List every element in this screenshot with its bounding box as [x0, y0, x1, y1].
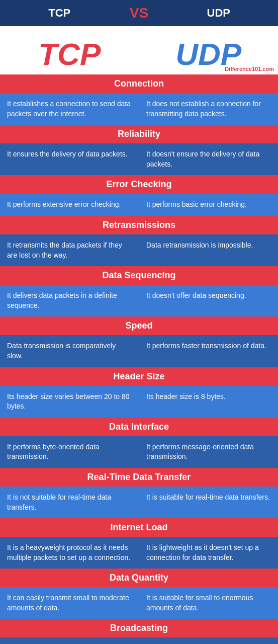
title-tcp: TCP	[0, 36, 139, 72]
header-tcp-label: TCP	[0, 7, 119, 20]
comparison-row-11: It is not suitable for broadcasting.It i…	[0, 637, 278, 644]
comparison-row-7: It performs byte-oriented data transmiss…	[0, 436, 278, 468]
cell-udp-6: Its header size is 8 bytes.	[139, 386, 278, 418]
cell-udp-7: It performs message-oriented data transm…	[139, 436, 278, 468]
category-header-5: Speed	[0, 316, 278, 335]
cell-udp-3: Data retransmission is impossible.	[139, 234, 278, 266]
comparison-row-10: It can easily transmit small to moderate…	[0, 587, 278, 619]
cell-udp-8: It is suitable for real-time data transf…	[139, 487, 278, 518]
cell-tcp-7: It performs byte-oriented data transmiss…	[0, 436, 139, 468]
cell-tcp-8: It is not suitable for real-time data tr…	[0, 487, 139, 518]
cell-udp-10: It is suitable for small to enormous amo…	[139, 587, 278, 619]
watermark: Difference101.com	[225, 66, 274, 72]
cell-tcp-5: Data transmission is comparatively slow.	[0, 335, 139, 367]
category-header-6: Header Size	[0, 367, 278, 386]
comparison-row-5: Data transmission is comparatively slow.…	[0, 335, 278, 367]
cell-tcp-2: It performs extensive error checking.	[0, 194, 139, 216]
category-header-4: Data Sequencing	[0, 266, 278, 285]
cell-udp-4: It doesn't offer data sequencing.	[139, 285, 278, 316]
cell-tcp-0: It establishes a connection to send data…	[0, 93, 139, 125]
comparison-row-6: Its header size varies between 20 to 80 …	[0, 386, 278, 418]
cell-tcp-1: It ensures the delivery of data packets.	[0, 143, 139, 175]
cell-udp-2: It performs basic error checking.	[139, 194, 278, 216]
comparison-row-8: It is not suitable for real-time data tr…	[0, 487, 278, 518]
category-header-2: Error Checking	[0, 175, 278, 194]
cell-tcp-4: It delivers data packets in a definite s…	[0, 285, 139, 316]
watermark-number: 101	[252, 66, 261, 72]
category-header-0: Connection	[0, 74, 278, 93]
watermark-tld: .com	[261, 66, 274, 72]
category-header-8: Real-Time Data Transfer	[0, 468, 278, 487]
cell-udp-1: It doesn't ensure the delivery of data p…	[139, 143, 278, 175]
category-header-1: Reliability	[0, 125, 278, 143]
comparison-row-9: It is a heavyweight protocol as it needs…	[0, 537, 278, 569]
comparison-row-2: It performs extensive error checking.It …	[0, 194, 278, 216]
comparison-row-0: It establishes a connection to send data…	[0, 93, 278, 125]
comparison-row-4: It delivers data packets in a definite s…	[0, 285, 278, 316]
category-header-9: Internet Load	[0, 518, 278, 537]
comparison-row-3: It retransmits the data packets if they …	[0, 234, 278, 266]
cell-tcp-9: It is a heavyweight protocol as it needs…	[0, 537, 139, 569]
cell-tcp-10: It can easily transmit small to moderate…	[0, 587, 139, 619]
cell-udp-9: It is lightweight as it doesn't set up a…	[139, 537, 278, 569]
title-section: TCP UDP Difference101.com	[0, 26, 278, 74]
category-header-11: Broadcasting	[0, 619, 278, 637]
comparison-row-1: It ensures the delivery of data packets.…	[0, 143, 278, 175]
cell-tcp-6: Its header size varies between 20 to 80 …	[0, 386, 139, 418]
header: TCP VS UDP	[0, 0, 278, 26]
cell-udp-0: It does not establish a connection for t…	[139, 93, 278, 125]
category-header-10: Data Quantity	[0, 569, 278, 587]
watermark-brand: Difference	[225, 66, 252, 72]
category-header-7: Data Interface	[0, 418, 278, 436]
cell-tcp-3: It retransmits the data packets if they …	[0, 234, 139, 266]
header-udp-label: UDP	[159, 7, 279, 20]
category-header-3: Retransmissions	[0, 216, 278, 234]
categories-container: ConnectionIt establishes a connection to…	[0, 74, 278, 644]
cell-tcp-11: It is not suitable for broadcasting.	[0, 637, 139, 644]
header-vs-label: VS	[119, 5, 159, 21]
cell-udp-11: It is suitable for broadcasting.	[139, 637, 278, 644]
cell-udp-5: It performs faster transmission of data.	[139, 335, 278, 367]
